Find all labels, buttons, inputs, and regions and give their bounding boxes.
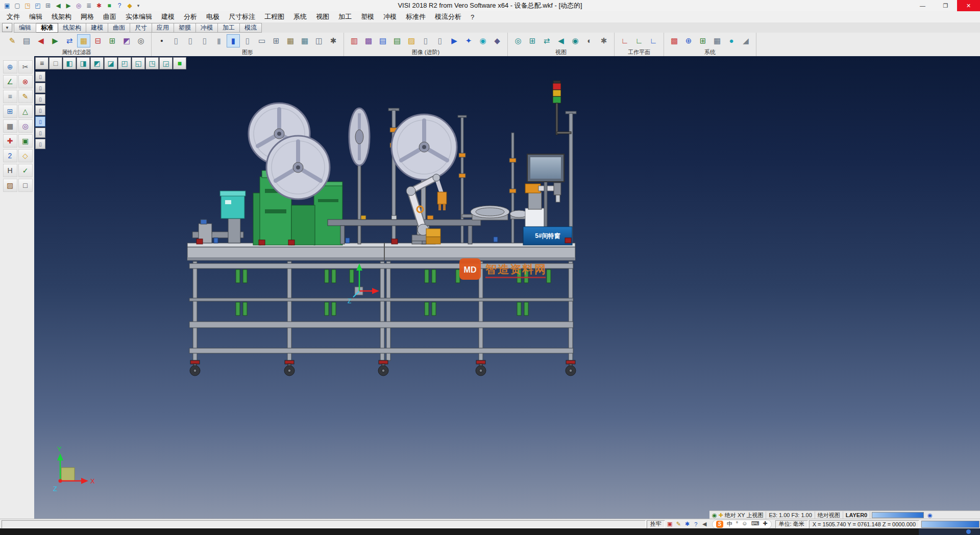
settings-icon[interactable]: ✱ <box>94 1 104 10</box>
cube-icon[interactable]: ■ <box>104 1 114 10</box>
menu-item[interactable]: 模流分析 <box>430 11 466 22</box>
sketch-tool-icon[interactable]: ✎ <box>18 90 33 103</box>
view-back-icon[interactable]: ◩ <box>90 57 104 69</box>
open-file-icon[interactable]: ◳ <box>22 1 33 10</box>
layer-toggle-2-icon[interactable]: ▯ <box>35 83 45 93</box>
visibility-icon[interactable]: ◐ <box>583 34 596 47</box>
view-indicator[interactable]: ◉ ✚ 绝对 XY 上视图 <box>709 512 766 519</box>
color-grid-icon[interactable]: ▩ <box>668 34 681 47</box>
attr-edit-icon[interactable]: ✎ <box>6 34 19 47</box>
cube-render-icon[interactable]: ◆ <box>491 34 504 47</box>
grid-box-icon[interactable]: ⊞ <box>270 34 283 47</box>
zoom-fit-icon[interactable]: ◎ <box>511 34 525 47</box>
menu-item[interactable]: 标准件 <box>401 11 430 22</box>
taskbar-network-icon[interactable] <box>966 529 971 534</box>
view-left-icon[interactable]: ◪ <box>104 57 117 69</box>
drop-icon[interactable]: ◉ <box>476 34 489 47</box>
cylinder3-icon[interactable]: ▯ <box>198 34 211 47</box>
layer-toggle-6-icon[interactable]: ▯ <box>35 128 45 138</box>
tab-dropdown-icon[interactable]: ▼ <box>2 23 12 32</box>
redo-icon[interactable]: ▶ <box>63 1 74 10</box>
panel-icon[interactable]: ◫ <box>312 34 326 47</box>
layer-toggle-7-icon[interactable]: ▯ <box>35 139 45 149</box>
triangle-tool-icon[interactable]: △ <box>18 105 33 118</box>
shade-cyl1-icon[interactable]: ▯ <box>419 34 432 47</box>
status-pen-icon[interactable]: ✎ <box>674 520 683 528</box>
view-menu-icon[interactable]: ≡ <box>35 57 48 69</box>
cylinder2-icon[interactable]: ▯ <box>184 34 197 47</box>
sparkle-icon[interactable]: ✦ <box>462 34 475 47</box>
advance-icon[interactable]: ▶ <box>448 34 461 47</box>
tab[interactable]: 曲面 <box>108 23 130 33</box>
undo-icon[interactable]: ◀ <box>53 1 63 10</box>
network-icon[interactable]: ◉ <box>925 512 935 519</box>
globe-icon[interactable]: ⊕ <box>682 34 695 47</box>
delete-tool-icon[interactable]: ⊗ <box>18 75 33 88</box>
tab[interactable]: 建模 <box>86 23 108 33</box>
layer-toggle-1-icon[interactable]: ▯ <box>35 71 45 82</box>
status-tools-icon[interactable]: ✱ <box>683 520 692 528</box>
taskbar-tray[interactable] <box>919 528 980 535</box>
ime-item[interactable]: ° <box>736 520 738 528</box>
crate2-icon[interactable]: ▦ <box>298 34 311 47</box>
tab[interactable]: 加工 <box>218 23 240 33</box>
layers-icon[interactable]: ≣ <box>84 1 94 10</box>
minimize-button[interactable]: — <box>911 0 934 11</box>
table-icon[interactable]: ▦ <box>710 34 724 47</box>
menu-item[interactable]: 分析 <box>179 11 202 22</box>
box-tool-icon[interactable]: □ <box>18 179 33 192</box>
menu-item[interactable]: 工程图 <box>260 11 289 22</box>
quick-access-more-icon[interactable]: ▾ <box>135 3 142 8</box>
status-record-icon[interactable]: ▣ <box>666 520 674 528</box>
menu-item[interactable]: 加工 <box>334 11 356 22</box>
menu-item[interactable]: 视图 <box>311 11 334 22</box>
angle-tool-icon[interactable]: ∠ <box>3 75 17 88</box>
trim-tool-icon[interactable]: ✂ <box>18 60 33 74</box>
cylinder1-icon[interactable]: ▯ <box>169 34 183 47</box>
filter-next-icon[interactable]: ▶ <box>48 34 62 47</box>
save-icon[interactable]: ◰ <box>33 1 43 10</box>
filter-swap-icon[interactable]: ⇄ <box>63 34 76 47</box>
bar-selected-icon[interactable]: ▮ <box>227 34 240 47</box>
crate1-icon[interactable]: ▦ <box>284 34 297 47</box>
model-canvas[interactable]: 5#间特窗 Z MD 智造资料网 <box>34 56 980 519</box>
menu-item[interactable]: 编辑 <box>24 11 47 22</box>
view-iso-icon[interactable]: ◧ <box>63 57 76 69</box>
texture-icon[interactable]: ▨ <box>405 34 418 47</box>
info-icon[interactable]: ◆ <box>125 1 135 10</box>
absolute-view-cell[interactable]: 绝对视图 <box>815 512 843 519</box>
ime-item[interactable]: 中 <box>727 520 732 528</box>
render1-icon[interactable]: ▥ <box>348 34 361 47</box>
tab[interactable]: 编辑 <box>14 23 36 33</box>
view-bottom-icon[interactable]: ◳ <box>145 57 159 69</box>
zoom-icon[interactable]: ◎ <box>74 1 84 10</box>
list-tool-icon[interactable]: ≡ <box>3 90 17 103</box>
app-menu-icon[interactable]: ▣ <box>2 1 12 10</box>
tab[interactable]: 应用 <box>152 23 174 33</box>
filter-color-icon[interactable]: ◩ <box>120 34 133 47</box>
menu-item[interactable]: 网格 <box>76 11 99 22</box>
pan-icon[interactable]: ⇄ <box>540 34 553 47</box>
menu-item[interactable]: 系统 <box>289 11 311 22</box>
workplane-auto-icon[interactable]: ∟ <box>632 34 646 47</box>
menu-item[interactable]: 线架构 <box>47 11 76 22</box>
filter-prev-icon[interactable]: ◀ <box>34 34 47 47</box>
layer-toggle-4-icon[interactable]: ▯ <box>35 105 45 115</box>
film1-icon[interactable]: ▤ <box>376 34 389 47</box>
attr-panel-icon[interactable]: ▦ <box>77 34 90 47</box>
diamond-tool-icon[interactable]: ◇ <box>18 149 33 162</box>
zoom-window-icon[interactable]: ⊞ <box>526 34 539 47</box>
status-sound-icon[interactable]: ◀ <box>700 520 709 528</box>
layer-toggle-3-icon[interactable]: ▯ <box>35 94 45 104</box>
ramp-icon[interactable]: ◢ <box>739 34 752 47</box>
rect-icon[interactable]: ▭ <box>255 34 268 47</box>
ime-item[interactable]: ⌨ <box>751 520 759 528</box>
sogou-logo-icon[interactable]: S <box>716 521 723 528</box>
view-shaded-icon[interactable]: ■ <box>173 57 186 69</box>
view-prev-icon[interactable]: ◀ <box>554 34 568 47</box>
two-tool-icon[interactable]: 2 <box>3 149 17 162</box>
add-tool-icon[interactable]: ✚ <box>3 134 17 148</box>
film2-icon[interactable]: ▤ <box>390 34 404 47</box>
lock-toggle[interactable]: 拴牢 <box>647 520 665 528</box>
menu-item[interactable]: 冲模 <box>379 11 401 22</box>
